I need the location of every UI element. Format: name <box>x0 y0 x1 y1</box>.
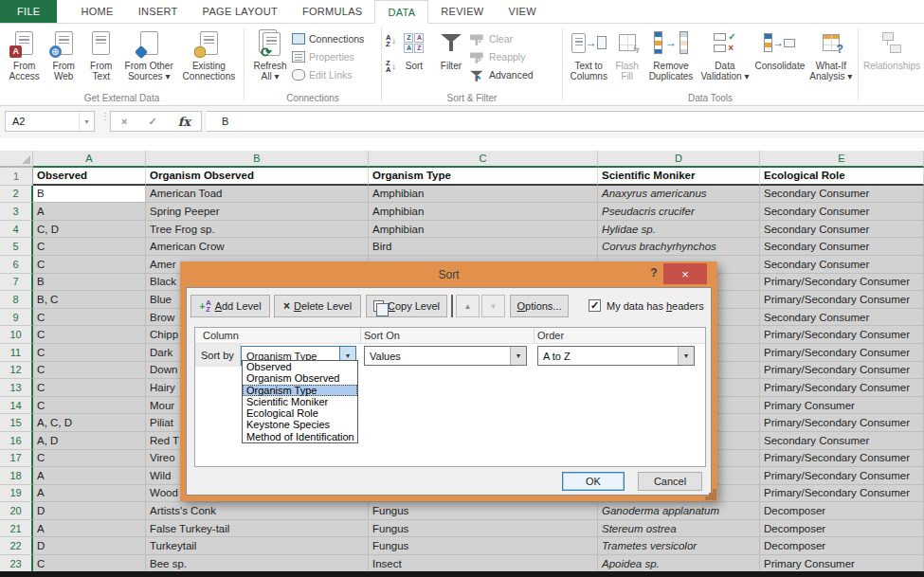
cell-C2[interactable]: Amphibian <box>369 186 598 204</box>
connections-button[interactable]: Connections <box>292 29 364 47</box>
cell-A14[interactable]: C <box>33 397 146 415</box>
cell-A10[interactable]: C <box>33 326 146 344</box>
cell-A8[interactable]: B, C <box>33 291 146 309</box>
formula-input[interactable]: B <box>207 111 924 132</box>
tab-formulas[interactable]: FORMULAS <box>290 0 375 23</box>
move-level-down-button[interactable]: ▼ <box>481 295 505 317</box>
cell-E8[interactable]: Primary/Secondary Consumer <box>760 291 924 309</box>
cell-E9[interactable]: Secondary Consumer <box>760 309 924 327</box>
cell-C22[interactable]: Fungus <box>369 537 598 555</box>
cell-A18[interactable]: A <box>33 467 146 485</box>
cell-A22[interactable]: D <box>33 537 146 555</box>
ok-button[interactable]: OK <box>562 472 625 491</box>
consolidate-button[interactable]: → Consolidate <box>752 26 808 92</box>
cell-A21[interactable]: A <box>33 520 146 538</box>
from-access-button[interactable]: A From Access <box>4 26 45 92</box>
cell-E17[interactable]: Primary/Secondary Consumer <box>760 450 924 468</box>
cell-B2[interactable]: American Toad <box>146 186 369 204</box>
combo-caret-icon[interactable]: ▾ <box>678 347 694 365</box>
cell-A15[interactable]: A, C, D <box>33 414 146 432</box>
cell-D22[interactable]: Trametes versicolor <box>598 537 760 555</box>
row-header-22[interactable]: 22 <box>0 537 33 555</box>
column-header-C[interactable]: C <box>369 151 598 168</box>
copy-level-button[interactable]: Copy Level <box>366 295 447 317</box>
cancel-entry-icon[interactable]: × <box>121 116 127 127</box>
cell-E14[interactable]: Primary Consumer <box>760 397 924 415</box>
cell-A4[interactable]: C, D <box>33 221 146 239</box>
resize-grip[interactable] <box>713 496 716 500</box>
cell-D23[interactable]: Apoidea sp. <box>598 555 760 573</box>
row-header-7[interactable]: 7 <box>0 274 33 292</box>
cell-A16[interactable]: A, D <box>33 432 146 450</box>
cell-E6[interactable]: Secondary Consumer <box>760 256 924 274</box>
cell-E3[interactable]: Secondary Consumer <box>760 203 924 221</box>
tab-file[interactable]: FILE <box>0 0 57 23</box>
cell-B21[interactable]: False Turkey-tail <box>146 520 369 538</box>
cell-E7[interactable]: Primary/Secondary Consumer <box>760 274 924 292</box>
row-header-14[interactable]: 14 <box>0 397 33 415</box>
existing-connections-button[interactable]: Existing Connections <box>178 26 240 92</box>
sort-az-button[interactable]: AZ ↓ <box>386 31 396 49</box>
cell-C3[interactable]: Amphibian <box>369 203 598 221</box>
remove-duplicates-button[interactable]: → Remove Duplicates <box>643 26 698 92</box>
column-header-A[interactable]: A <box>33 151 146 168</box>
data-validation-button[interactable]: ✓ × Data Validation ▾ <box>698 26 752 92</box>
cell-B4[interactable]: Tree Frog sp. <box>146 221 369 239</box>
cell-A1[interactable]: Observed <box>33 168 146 186</box>
sort-za-button[interactable]: ZA ↓ <box>386 57 396 75</box>
cell-A3[interactable]: A <box>33 203 146 221</box>
dropdown-item[interactable]: Organism Observed <box>243 372 357 384</box>
row-header-4[interactable]: 4 <box>0 221 33 239</box>
what-if-analysis-button[interactable]: ? What-If Analysis ▾ <box>808 26 854 92</box>
sort-button[interactable]: ZA AZ Sort <box>396 26 432 92</box>
cell-E20[interactable]: Decomposer <box>760 502 924 520</box>
dropdown-item[interactable]: Method of Identification <box>243 431 357 442</box>
cancel-button[interactable]: Cancel <box>638 472 702 491</box>
row-header-20[interactable]: 20 <box>0 502 33 520</box>
cell-E1[interactable]: Ecological Role <box>760 168 924 186</box>
options-button[interactable]: Options... <box>510 295 569 317</box>
row-header-2[interactable]: 2 <box>0 186 33 204</box>
row-header-16[interactable]: 16 <box>0 432 33 450</box>
text-to-columns-button[interactable]: → Text to Columns <box>567 26 610 92</box>
cell-D2[interactable]: Anaxyrus americanus <box>598 186 760 204</box>
row-header-15[interactable]: 15 <box>0 414 33 432</box>
cell-B1[interactable]: Organism Observed <box>146 168 369 186</box>
cell-C4[interactable]: Amphibian <box>369 221 598 239</box>
cell-A9[interactable]: C <box>33 309 146 327</box>
tab-review[interactable]: REVIEW <box>428 0 496 23</box>
row-header-9[interactable]: 9 <box>0 309 33 327</box>
order-combo[interactable]: A to Z ▾ <box>537 346 695 366</box>
row-header-17[interactable]: 17 <box>0 450 33 468</box>
column-header-D[interactable]: D <box>598 151 760 168</box>
tab-view[interactable]: VIEW <box>497 0 549 23</box>
cell-E22[interactable]: Decomposer <box>760 537 924 555</box>
cell-A11[interactable]: C <box>33 344 146 362</box>
row-header-23[interactable]: 23 <box>0 555 33 573</box>
cell-E19[interactable]: Primary/Secondary Consumer <box>760 485 924 503</box>
cell-B23[interactable]: Bee sp. <box>146 555 369 573</box>
tab-home[interactable]: HOME <box>68 0 125 23</box>
cell-C1[interactable]: Organism Type <box>369 168 598 186</box>
cell-E11[interactable]: Primary/Secondary Consumer <box>760 344 924 362</box>
column-header-E[interactable]: E <box>760 151 924 168</box>
help-icon[interactable]: ? <box>646 266 661 282</box>
my-data-has-headers-checkbox[interactable]: ✓ My data has headers <box>589 299 704 312</box>
cell-D3[interactable]: Pseudacris crucifer <box>598 203 760 221</box>
row-header-3[interactable]: 3 <box>0 203 33 221</box>
row-header-8[interactable]: 8 <box>0 291 33 309</box>
row-header-13[interactable]: 13 <box>0 379 33 397</box>
cell-C20[interactable]: Fungus <box>369 502 598 520</box>
cell-C21[interactable]: Fungus <box>369 520 598 538</box>
cell-D1[interactable]: Scientific Moniker <box>598 168 760 186</box>
from-other-sources-button[interactable]: From Other Sources ▾ <box>120 26 178 92</box>
cell-B3[interactable]: Spring Peeper <box>146 203 369 221</box>
dropdown-item[interactable]: Ecological Role <box>243 407 357 419</box>
row-header-6[interactable]: 6 <box>0 256 33 274</box>
cell-A2[interactable]: B <box>33 186 146 204</box>
cell-E16[interactable]: Secondary Consumer <box>760 432 924 450</box>
cell-A6[interactable]: C <box>33 256 146 274</box>
name-box[interactable]: A2 ▾ <box>5 111 95 132</box>
tab-data[interactable]: DATA <box>374 0 428 24</box>
row-header-19[interactable]: 19 <box>0 485 33 503</box>
